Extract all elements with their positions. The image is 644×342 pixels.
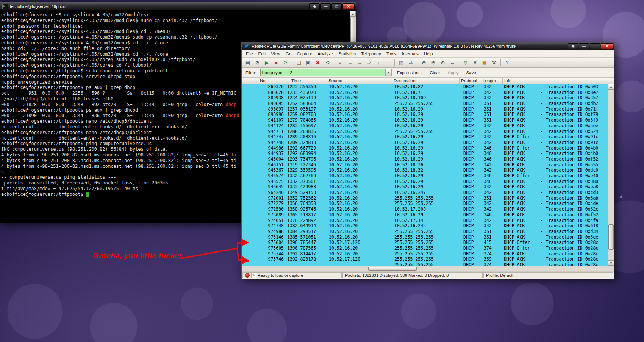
- window-menu-button[interactable]: ◆: [568, 43, 578, 49]
- packet-row[interactable]: 9449371292.68099410.52.16.2010.52.16.29D…: [242, 151, 608, 156]
- save-file-icon[interactable]: ▣: [304, 58, 313, 67]
- wireshark-titlebar[interactable]: Realtek PCIe GBE Family Controller: \Dev…: [242, 42, 614, 50]
- packet-row[interactable]: 9447111288.26883610.52.16.20255.255.255.…: [242, 129, 608, 134]
- packet-row[interactable]: 9725301358.92674610.52.16.2010.52.17.208…: [242, 206, 608, 212]
- close-button[interactable]: ×: [342, 3, 355, 9]
- go-to-top-icon[interactable]: ↑: [374, 58, 383, 67]
- go-to-packet-icon[interactable]: ⇒: [364, 58, 374, 67]
- packet-row[interactable]: 9465741332.36276910.52.16.2010.52.16.29D…: [242, 173, 608, 179]
- capture-restart-icon[interactable]: ⟳: [281, 58, 290, 67]
- coloring-rules-icon[interactable]: ▦: [480, 58, 489, 67]
- packet-row[interactable]: 9757441392.81441710.52.16.20255.255.255.…: [242, 251, 608, 257]
- packet-row[interactable]: 9447481289.32481310.52.16.2010.52.16.29D…: [242, 140, 608, 145]
- display-filter-icon[interactable]: ▼: [470, 58, 480, 67]
- zoom-100-icon[interactable]: ⊙: [438, 58, 447, 67]
- capture-start-icon[interactable]: ▶: [262, 58, 271, 67]
- filter-input[interactable]: [260, 69, 385, 76]
- packet-row[interactable]: 9757461392.82017810.52.17.120255.255.255…: [242, 256, 608, 262]
- terminal-titlebar[interactable]: >_ techoffice@fogserver: /tftpboot ◆ — □…: [0, 2, 356, 11]
- open-file-icon[interactable]: ❏: [294, 58, 303, 67]
- menu-analyze[interactable]: Analyze: [315, 51, 336, 56]
- expert-info-icon[interactable]: [245, 273, 250, 278]
- column-header-time[interactable]: Time: [285, 78, 327, 84]
- menu-help[interactable]: Help: [421, 51, 436, 56]
- column-header-source[interactable]: Source: [327, 78, 392, 84]
- packet-row[interactable]: 9449361292.66772910.52.16.2010.52.16.29D…: [242, 145, 608, 151]
- scroll-up-icon[interactable]: ▲: [350, 11, 356, 17]
- resize-columns-icon[interactable]: ↔: [448, 58, 457, 67]
- packet-row[interactable]: 255.255.255.255DHCP374DHCP ACK - Transac…: [242, 262, 608, 266]
- packet-row[interactable]: 9740511376.22489210.52.16.2010.52.17.14D…: [242, 218, 608, 223]
- packet-row[interactable]: 9411071279.70486510.52.16.2010.52.16.29D…: [242, 117, 608, 123]
- go-to-bottom-icon[interactable]: ↓: [383, 58, 392, 67]
- packet-hscrollbar[interactable]: [242, 266, 614, 271]
- auto-scroll-icon[interactable]: ⇊: [406, 58, 415, 67]
- packet-row[interactable]: 9730891365.11881710.52.16.2010.52.16.29D…: [242, 212, 608, 218]
- filter-dropdown-icon[interactable]: ▼: [385, 69, 392, 76]
- packet-row[interactable]: 9461511319.12734610.52.16.2010.52.18.36D…: [242, 162, 608, 168]
- list-interfaces-icon[interactable]: ▤: [243, 58, 252, 67]
- save-button[interactable]: Save: [463, 70, 479, 76]
- packet-row[interactable]: 8899381234.02513910.52.16.2010.52.18.109…: [242, 95, 608, 101]
- close-file-icon[interactable]: ✖: [313, 58, 322, 67]
- column-header-info[interactable]: Info: [503, 78, 614, 84]
- apply-button[interactable]: Apply: [445, 70, 462, 76]
- packet-row[interactable]: 9463671329.33959610.52.16.2010.52.18.32D…: [242, 167, 608, 173]
- packet-vscrollbar-thumb[interactable]: [608, 224, 614, 250]
- capture-options-icon[interactable]: ⚙: [253, 58, 262, 67]
- go-forward-icon[interactable]: →: [355, 58, 364, 67]
- scroll-up-icon[interactable]: ▲: [608, 84, 614, 90]
- minimize-button[interactable]: —: [579, 43, 589, 49]
- status-profile[interactable]: Profile: Default: [483, 272, 613, 278]
- colorize-icon[interactable]: ▧: [397, 58, 406, 67]
- packet-row[interactable]: 9756051390.78756510.52.16.20255.255.255.…: [242, 245, 608, 251]
- expression-button[interactable]: Expression...: [394, 70, 425, 76]
- menu-internals[interactable]: Internals: [399, 51, 421, 56]
- packet-row[interactable]: 9749881384.29851710.52.16.20255.255.255.…: [242, 229, 608, 234]
- packet-row[interactable]: 8856281233.43607010.52.16.2010.52.18.71D…: [242, 90, 608, 95]
- clear-button[interactable]: Clear: [427, 70, 443, 76]
- preferences-icon[interactable]: ⚒: [489, 58, 499, 67]
- packet-row[interactable]: 8906951252.58366410.52.16.20255.255.255.…: [242, 101, 608, 106]
- packet-row[interactable]: 9722791356.76435810.52.16.20255.255.255.…: [242, 201, 608, 206]
- packet-row[interactable]: 9447471289.30881610.52.16.2010.52.16.29D…: [242, 134, 608, 140]
- capture-filter-icon[interactable]: ▽: [461, 58, 470, 67]
- maximize-button[interactable]: □: [331, 3, 342, 9]
- go-back-icon[interactable]: ←: [345, 58, 355, 67]
- packet-row[interactable]: 9441241283.15669710.52.16.2010.52.16.29D…: [242, 123, 608, 129]
- column-header-destination[interactable]: Destination: [392, 78, 460, 84]
- packet-row[interactable]: 9465751332.37050110.52.16.2010.52.16.29D…: [242, 179, 608, 184]
- wireshark-window[interactable]: Realtek PCIe GBE Family Controller: \Dev…: [241, 42, 614, 279]
- column-header-protocol[interactable]: Protocol: [460, 78, 481, 84]
- minimize-button[interactable]: —: [320, 3, 331, 9]
- menu-telephony[interactable]: Telephony: [358, 51, 383, 56]
- packet-vscrollbar[interactable]: ▲ ▼: [608, 84, 614, 266]
- scroll-down-icon[interactable]: ▼: [608, 260, 614, 266]
- menu-file[interactable]: File: [243, 51, 256, 56]
- reload-icon[interactable]: ⟲: [323, 58, 332, 67]
- packet-row[interactable]: 9756041390.78644710.52.17.120255.255.255…: [242, 240, 608, 245]
- packet-row[interactable]: 8693761223.35635910.52.16.2010.52.18.82D…: [242, 84, 608, 90]
- close-button[interactable]: ×: [601, 43, 613, 49]
- packet-row[interactable]: 8909961259.08270010.52.16.2010.52.16.29D…: [242, 112, 608, 117]
- packet-row[interactable]: 9747481382.64491410.52.16.2010.52.16.245…: [242, 223, 608, 229]
- column-header-no[interactable]: No.: [242, 78, 285, 84]
- find-packet-icon[interactable]: ⌕: [336, 58, 345, 67]
- menu-statistics[interactable]: Statistics: [336, 51, 358, 56]
- packet-row[interactable]: 9642461349.52915310.52.16.2010.52.16.247…: [242, 190, 608, 195]
- packet-row[interactable]: 9466451333.42998810.52.16.2010.52.16.29D…: [242, 184, 608, 190]
- packet-hscrollbar-thumb[interactable]: [368, 267, 417, 271]
- menu-tools[interactable]: Tools: [384, 51, 399, 56]
- maximize-button[interactable]: □: [590, 43, 600, 49]
- filter-label[interactable]: Filter:: [244, 70, 258, 76]
- packet-row[interactable]: 9720011352.75236210.52.16.20255.255.255.…: [242, 195, 608, 201]
- menu-go[interactable]: Go: [283, 51, 294, 56]
- packet-row[interactable]: 8908971257.03319710.52.16.2010.52.16.29D…: [242, 106, 608, 112]
- menu-view[interactable]: View: [268, 51, 283, 56]
- packet-row[interactable]: 9751461385.57105110.52.16.20255.255.255.…: [242, 234, 608, 240]
- capture-stop-icon[interactable]: ■: [272, 58, 281, 67]
- packet-row[interactable]: 9450041293.73479610.52.16.2010.52.16.29D…: [242, 156, 608, 162]
- menu-edit[interactable]: Edit: [256, 51, 269, 56]
- capture-comment-icon[interactable]: ✎: [251, 273, 256, 278]
- menu-capture[interactable]: Capture: [294, 51, 315, 56]
